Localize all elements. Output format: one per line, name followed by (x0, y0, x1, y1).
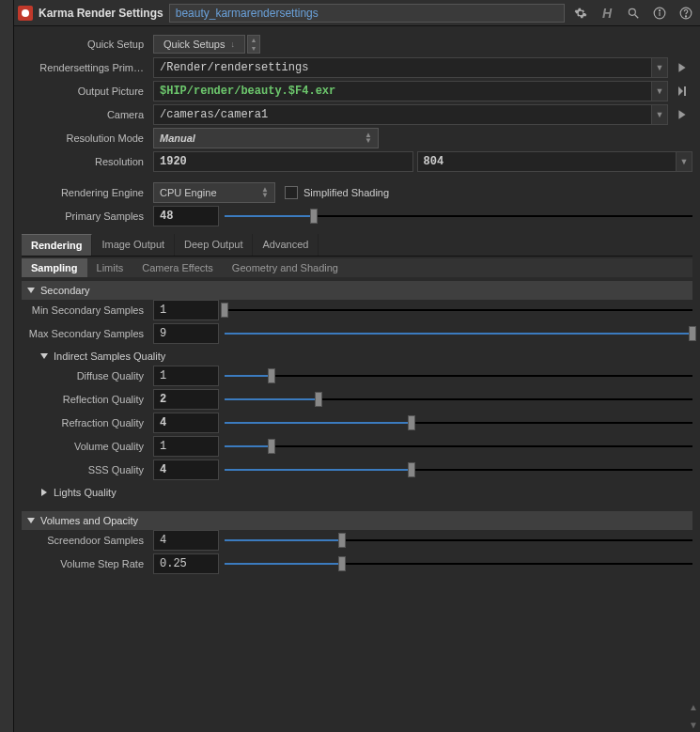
reflection-quality-label: Reflection Quality (22, 394, 153, 405)
svg-rect-8 (684, 86, 686, 96)
gear-icon[interactable] (570, 3, 591, 23)
sss-quality-slider[interactable] (225, 459, 692, 480)
scroll-up-icon[interactable]: ▲ (689, 702, 698, 712)
rendersettings-primpath-label: Rendersettings Prim… (22, 62, 153, 73)
max-secondary-samples-input[interactable] (153, 323, 219, 344)
primary-samples-input[interactable] (153, 206, 219, 226)
subtab-sampling[interactable]: Sampling (22, 258, 87, 277)
subtab-geometry-shading[interactable]: Geometry and Shading (223, 258, 348, 277)
rendering-engine-select[interactable]: CPU Engine ▲▼ (153, 182, 275, 203)
reflection-quality-slider[interactable] (225, 389, 692, 410)
section-indirect-samples-quality-toggle[interactable]: Indirect Samples Quality (22, 347, 692, 366)
rendering-engine-label: Rendering Engine (22, 187, 153, 198)
diffuse-quality-label: Diffuse Quality (22, 370, 153, 382)
simplified-shading-checkbox[interactable] (285, 186, 298, 199)
tab-deep-output[interactable]: Deep Output (175, 234, 253, 256)
chevron-down-icon: ↓ (230, 39, 235, 49)
resolution-y-input[interactable] (417, 151, 677, 172)
info-icon[interactable] (649, 3, 670, 23)
max-secondary-samples-label: Max Secondary Samples (22, 328, 153, 339)
volume-quality-input[interactable] (153, 436, 219, 457)
primpath-jump-button[interactable] (672, 57, 692, 78)
help-icon[interactable] (676, 3, 696, 23)
camera-dropdown-icon[interactable]: ▼ (651, 104, 668, 125)
houdini-icon[interactable]: H (597, 3, 617, 23)
output-picture-dropdown-icon[interactable]: ▼ (651, 81, 668, 101)
volume-step-rate-slider[interactable] (225, 553, 692, 574)
output-picture-browse-button[interactable] (672, 81, 692, 101)
svg-point-7 (685, 15, 686, 16)
triangle-right-icon (41, 489, 47, 496)
camera-input[interactable] (153, 104, 652, 125)
sss-quality-label: SSS Quality (22, 464, 153, 475)
sss-quality-input[interactable] (153, 459, 219, 480)
tab-rendering[interactable]: Rendering (22, 234, 92, 256)
node-name-input[interactable] (169, 4, 565, 23)
tab-advanced[interactable]: Advanced (253, 234, 319, 256)
resolution-x-input[interactable] (153, 151, 413, 172)
svg-point-1 (629, 8, 635, 15)
min-secondary-samples-input[interactable] (153, 300, 219, 320)
left-panel-edge (0, 0, 14, 732)
search-icon[interactable] (623, 3, 644, 23)
primpath-dropdown-icon[interactable]: ▼ (651, 57, 668, 78)
subtab-camera-effects[interactable]: Camera Effects (132, 258, 223, 277)
output-picture-label: Output Picture (22, 86, 153, 97)
primary-samples-slider[interactable] (225, 206, 692, 226)
subtab-limits[interactable]: Limits (87, 258, 133, 277)
quick-setups-button[interactable]: Quick Setups ↓ (153, 35, 245, 54)
volume-step-rate-label: Volume Step Rate (22, 558, 153, 569)
svg-line-2 (635, 14, 639, 18)
triangle-down-icon (27, 518, 35, 523)
min-secondary-samples-slider[interactable] (225, 300, 692, 320)
primary-samples-label: Primary Samples (22, 210, 153, 222)
diffuse-quality-input[interactable] (153, 366, 219, 386)
section-volumes-opacity-toggle[interactable]: Volumes and Opacity (22, 511, 692, 530)
simplified-shading-label: Simplified Shading (303, 187, 389, 198)
karma-app-icon (18, 6, 33, 21)
min-secondary-samples-label: Min Secondary Samples (22, 304, 153, 316)
svg-point-5 (659, 9, 660, 10)
camera-jump-button[interactable] (672, 104, 692, 125)
resolution-preset-dropdown-icon[interactable]: ▼ (676, 151, 692, 172)
screendoor-samples-slider[interactable] (225, 530, 692, 551)
resolution-mode-label: Resolution Mode (22, 132, 153, 144)
screendoor-samples-label: Screendoor Samples (22, 535, 153, 546)
refraction-quality-slider[interactable] (225, 413, 692, 433)
panel-title: Karma Render Settings (39, 7, 163, 20)
reflection-quality-input[interactable] (153, 389, 219, 410)
refraction-quality-input[interactable] (153, 413, 219, 433)
triangle-down-icon (40, 353, 48, 359)
volume-quality-slider[interactable] (225, 436, 692, 457)
tab-image-output[interactable]: Image Output (92, 234, 175, 256)
refraction-quality-label: Refraction Quality (22, 417, 153, 428)
triangle-down-icon (27, 288, 35, 293)
quick-setup-spinner[interactable]: ▲▼ (247, 35, 260, 54)
max-secondary-samples-slider[interactable] (225, 323, 692, 344)
volume-step-rate-input[interactable] (153, 553, 219, 574)
output-picture-input[interactable] (153, 81, 652, 101)
svg-point-0 (22, 9, 29, 17)
resolution-mode-select[interactable]: Manual ▲▼ (153, 128, 379, 148)
screendoor-samples-input[interactable] (153, 530, 219, 551)
resolution-label: Resolution (22, 156, 153, 167)
diffuse-quality-slider[interactable] (225, 366, 692, 386)
section-lights-quality-toggle[interactable]: Lights Quality (22, 483, 692, 502)
scroll-down-icon[interactable]: ▼ (689, 720, 698, 730)
section-secondary-toggle[interactable]: Secondary (22, 281, 692, 300)
quick-setup-label: Quick Setup (22, 39, 153, 50)
rendersettings-primpath-input[interactable] (153, 57, 652, 78)
camera-label: Camera (22, 109, 153, 120)
volume-quality-label: Volume Quality (22, 441, 153, 452)
